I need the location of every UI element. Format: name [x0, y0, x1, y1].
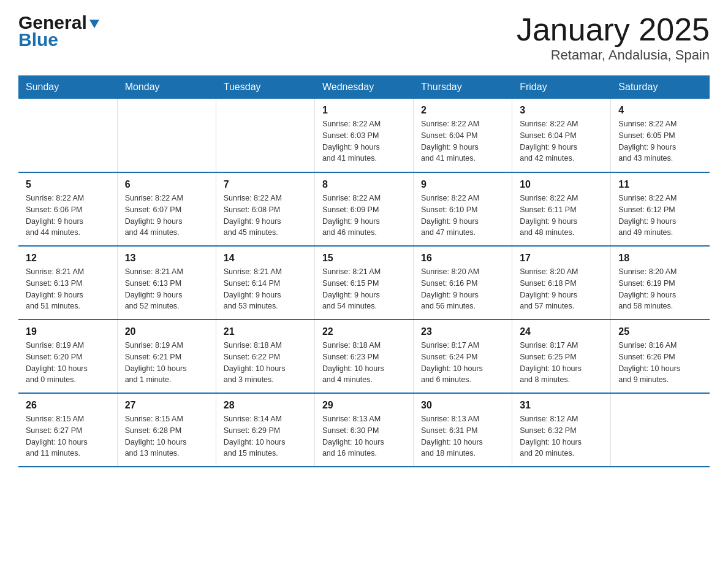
day-number: 31: [520, 400, 603, 411]
day-number: 4: [618, 105, 702, 116]
calendar-cell: 8Sunrise: 8:22 AM Sunset: 6:09 PM Daylig…: [314, 172, 413, 246]
day-info: Sunrise: 8:22 AM Sunset: 6:07 PM Dayligh…: [125, 193, 208, 239]
day-number: 3: [520, 105, 603, 116]
calendar-cell: [117, 99, 216, 172]
day-number: 1: [322, 105, 406, 116]
calendar-cell: 20Sunrise: 8:19 AM Sunset: 6:21 PM Dayli…: [117, 320, 216, 393]
calendar-cell: 17Sunrise: 8:20 AM Sunset: 6:18 PM Dayli…: [512, 246, 611, 320]
calendar-title: January 2025: [517, 12, 710, 47]
day-number: 23: [421, 326, 504, 337]
day-number: 11: [618, 179, 702, 190]
day-info: Sunrise: 8:22 AM Sunset: 6:11 PM Dayligh…: [520, 193, 603, 239]
calendar-cell: [18, 99, 117, 172]
day-info: Sunrise: 8:19 AM Sunset: 6:20 PM Dayligh…: [26, 340, 110, 386]
day-number: 26: [26, 400, 110, 411]
day-number: 29: [322, 400, 406, 411]
week-row-3: 12Sunrise: 8:21 AM Sunset: 6:13 PM Dayli…: [18, 246, 710, 320]
day-number: 28: [224, 400, 307, 411]
calendar-cell: 3Sunrise: 8:22 AM Sunset: 6:04 PM Daylig…: [512, 99, 611, 172]
day-number: 6: [125, 179, 208, 190]
calendar-cell: 18Sunrise: 8:20 AM Sunset: 6:19 PM Dayli…: [611, 246, 710, 320]
calendar-cell: 29Sunrise: 8:13 AM Sunset: 6:30 PM Dayli…: [314, 393, 413, 467]
day-info: Sunrise: 8:20 AM Sunset: 6:18 PM Dayligh…: [520, 266, 603, 312]
col-monday: Monday: [117, 75, 216, 99]
day-info: Sunrise: 8:18 AM Sunset: 6:22 PM Dayligh…: [224, 340, 307, 386]
svg-marker-0: [89, 20, 99, 28]
calendar-cell: [216, 99, 314, 172]
title-block: January 2025 Retamar, Andalusia, Spain: [517, 12, 710, 63]
day-info: Sunrise: 8:14 AM Sunset: 6:29 PM Dayligh…: [224, 413, 307, 459]
day-info: Sunrise: 8:20 AM Sunset: 6:16 PM Dayligh…: [421, 266, 504, 312]
calendar-cell: 5Sunrise: 8:22 AM Sunset: 6:06 PM Daylig…: [18, 172, 117, 246]
calendar-cell: 2Sunrise: 8:22 AM Sunset: 6:04 PM Daylig…: [414, 99, 512, 172]
day-info: Sunrise: 8:12 AM Sunset: 6:32 PM Dayligh…: [520, 413, 603, 459]
col-wednesday: Wednesday: [314, 75, 413, 99]
day-info: Sunrise: 8:21 AM Sunset: 6:15 PM Dayligh…: [322, 266, 406, 312]
page-header: General Blue January 2025 Retamar, Andal…: [18, 12, 710, 63]
day-number: 22: [322, 326, 406, 337]
day-number: 30: [421, 400, 504, 411]
day-info: Sunrise: 8:17 AM Sunset: 6:25 PM Dayligh…: [520, 340, 603, 386]
calendar-cell: 15Sunrise: 8:21 AM Sunset: 6:15 PM Dayli…: [314, 246, 413, 320]
day-number: 8: [322, 179, 406, 190]
logo-blue-text: Blue: [18, 29, 58, 50]
calendar-cell: 10Sunrise: 8:22 AM Sunset: 6:11 PM Dayli…: [512, 172, 611, 246]
day-info: Sunrise: 8:13 AM Sunset: 6:31 PM Dayligh…: [421, 413, 504, 459]
calendar-cell: 4Sunrise: 8:22 AM Sunset: 6:05 PM Daylig…: [611, 99, 710, 172]
calendar-cell: 12Sunrise: 8:21 AM Sunset: 6:13 PM Dayli…: [18, 246, 117, 320]
calendar-cell: 26Sunrise: 8:15 AM Sunset: 6:27 PM Dayli…: [18, 393, 117, 467]
day-info: Sunrise: 8:22 AM Sunset: 6:10 PM Dayligh…: [421, 193, 504, 239]
week-row-5: 26Sunrise: 8:15 AM Sunset: 6:27 PM Dayli…: [18, 393, 710, 467]
day-number: 24: [520, 326, 603, 337]
calendar-cell: 24Sunrise: 8:17 AM Sunset: 6:25 PM Dayli…: [512, 320, 611, 393]
day-info: Sunrise: 8:19 AM Sunset: 6:21 PM Dayligh…: [125, 340, 208, 386]
calendar-cell: 13Sunrise: 8:21 AM Sunset: 6:13 PM Dayli…: [117, 246, 216, 320]
week-row-4: 19Sunrise: 8:19 AM Sunset: 6:20 PM Dayli…: [18, 320, 710, 393]
week-row-2: 5Sunrise: 8:22 AM Sunset: 6:06 PM Daylig…: [18, 172, 710, 246]
day-number: 9: [421, 179, 504, 190]
col-friday: Friday: [512, 75, 611, 99]
day-number: 17: [520, 253, 603, 264]
day-number: 20: [125, 326, 208, 337]
day-number: 18: [618, 253, 702, 264]
calendar-cell: 25Sunrise: 8:16 AM Sunset: 6:26 PM Dayli…: [611, 320, 710, 393]
day-info: Sunrise: 8:22 AM Sunset: 6:12 PM Dayligh…: [618, 193, 702, 239]
calendar-header: Sunday Monday Tuesday Wednesday Thursday…: [18, 75, 710, 99]
calendar-cell: 1Sunrise: 8:22 AM Sunset: 6:03 PM Daylig…: [314, 99, 413, 172]
day-info: Sunrise: 8:15 AM Sunset: 6:28 PM Dayligh…: [125, 413, 208, 459]
day-number: 15: [322, 253, 406, 264]
day-info: Sunrise: 8:22 AM Sunset: 6:08 PM Dayligh…: [224, 193, 307, 239]
day-info: Sunrise: 8:15 AM Sunset: 6:27 PM Dayligh…: [26, 413, 110, 459]
calendar-cell: 16Sunrise: 8:20 AM Sunset: 6:16 PM Dayli…: [414, 246, 512, 320]
day-info: Sunrise: 8:22 AM Sunset: 6:05 PM Dayligh…: [618, 118, 702, 164]
day-info: Sunrise: 8:18 AM Sunset: 6:23 PM Dayligh…: [322, 340, 406, 386]
day-info: Sunrise: 8:21 AM Sunset: 6:14 PM Dayligh…: [224, 266, 307, 312]
calendar-cell: 22Sunrise: 8:18 AM Sunset: 6:23 PM Dayli…: [314, 320, 413, 393]
day-info: Sunrise: 8:21 AM Sunset: 6:13 PM Dayligh…: [125, 266, 208, 312]
day-info: Sunrise: 8:17 AM Sunset: 6:24 PM Dayligh…: [421, 340, 504, 386]
calendar-cell: 7Sunrise: 8:22 AM Sunset: 6:08 PM Daylig…: [216, 172, 314, 246]
calendar-cell: 28Sunrise: 8:14 AM Sunset: 6:29 PM Dayli…: [216, 393, 314, 467]
day-number: 10: [520, 179, 603, 190]
calendar-cell: 11Sunrise: 8:22 AM Sunset: 6:12 PM Dayli…: [611, 172, 710, 246]
day-info: Sunrise: 8:13 AM Sunset: 6:30 PM Dayligh…: [322, 413, 406, 459]
day-info: Sunrise: 8:22 AM Sunset: 6:09 PM Dayligh…: [322, 193, 406, 239]
calendar-cell: 31Sunrise: 8:12 AM Sunset: 6:32 PM Dayli…: [512, 393, 611, 467]
day-number: 2: [421, 105, 504, 116]
calendar-cell: 21Sunrise: 8:18 AM Sunset: 6:22 PM Dayli…: [216, 320, 314, 393]
day-info: Sunrise: 8:22 AM Sunset: 6:04 PM Dayligh…: [520, 118, 603, 164]
calendar-cell: 14Sunrise: 8:21 AM Sunset: 6:14 PM Dayli…: [216, 246, 314, 320]
day-number: 13: [125, 253, 208, 264]
calendar-cell: 9Sunrise: 8:22 AM Sunset: 6:10 PM Daylig…: [414, 172, 512, 246]
day-number: 14: [224, 253, 307, 264]
day-info: Sunrise: 8:21 AM Sunset: 6:13 PM Dayligh…: [26, 266, 110, 312]
day-info: Sunrise: 8:22 AM Sunset: 6:06 PM Dayligh…: [26, 193, 110, 239]
day-number: 5: [26, 179, 110, 190]
calendar-cell: 30Sunrise: 8:13 AM Sunset: 6:31 PM Dayli…: [414, 393, 512, 467]
calendar-cell: 23Sunrise: 8:17 AM Sunset: 6:24 PM Dayli…: [414, 320, 512, 393]
calendar-table: Sunday Monday Tuesday Wednesday Thursday…: [18, 75, 710, 467]
col-saturday: Saturday: [611, 75, 710, 99]
day-number: 25: [618, 326, 702, 337]
col-thursday: Thursday: [414, 75, 512, 99]
week-row-1: 1Sunrise: 8:22 AM Sunset: 6:03 PM Daylig…: [18, 99, 710, 172]
